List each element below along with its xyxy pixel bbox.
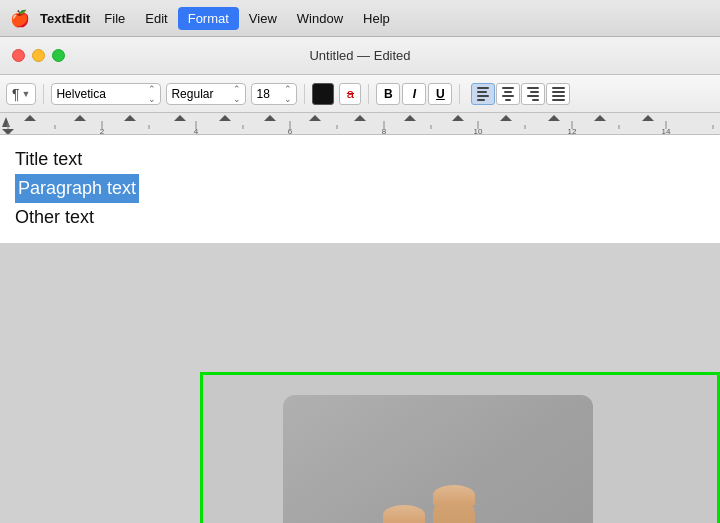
paragraph-text-line[interactable]: Paragraph text <box>15 174 139 203</box>
alignment-buttons <box>471 83 570 105</box>
svg-marker-25 <box>24 115 36 121</box>
align-center-icon <box>502 87 514 101</box>
strikethrough-button[interactable]: a <box>339 83 361 105</box>
fingers-graphic <box>378 475 498 523</box>
menu-window[interactable]: Window <box>287 7 353 30</box>
traffic-lights <box>0 49 65 62</box>
svg-text:14: 14 <box>662 127 671 134</box>
finger-2-graphic <box>433 495 475 523</box>
font-size-chevron-icon: ⌃⌄ <box>284 84 292 104</box>
font-style-chevron-icon: ⌃⌄ <box>233 84 241 104</box>
svg-marker-39 <box>2 129 14 134</box>
ruler: 0 2 4 6 8 10 12 14 <box>0 113 720 135</box>
underline-label: U <box>436 87 445 101</box>
svg-marker-33 <box>404 115 416 121</box>
svg-text:2: 2 <box>100 127 105 134</box>
svg-marker-28 <box>174 115 186 121</box>
toolbar-separator-1 <box>43 84 44 104</box>
finger-1-graphic <box>383 515 425 523</box>
svg-marker-34 <box>452 115 464 121</box>
text-color-button[interactable] <box>312 83 334 105</box>
toolbar: ¶ ▼ Helvetica ⌃⌄ Regular ⌃⌄ 18 ⌃⌄ a B I … <box>0 75 720 113</box>
title-bar: Untitled — Edited <box>0 37 720 75</box>
font-size-selector[interactable]: 18 ⌃⌄ <box>251 83 297 105</box>
apple-menu[interactable]: 🍎 <box>0 9 40 28</box>
svg-text:6: 6 <box>288 127 293 134</box>
svg-text:12: 12 <box>568 127 577 134</box>
format-buttons: B I U <box>376 83 452 105</box>
menu-file[interactable]: File <box>94 7 135 30</box>
bold-label: B <box>384 87 393 101</box>
window-title: Untitled — Edited <box>309 48 410 63</box>
ruler-svg: 0 2 4 6 8 10 12 14 <box>0 113 720 134</box>
svg-marker-31 <box>309 115 321 121</box>
font-style-label: Regular <box>171 87 213 101</box>
svg-marker-27 <box>124 115 136 121</box>
paragraph-chevron-icon: ▼ <box>22 89 31 99</box>
italic-button[interactable]: I <box>402 83 426 105</box>
menu-edit[interactable]: Edit <box>135 7 177 30</box>
paragraph-style-selector[interactable]: ¶ ▼ <box>6 83 36 105</box>
document-content[interactable]: Title text Paragraph text Other text <box>0 135 720 243</box>
apple-icon: 🍎 <box>10 9 30 28</box>
paragraph-text-content: Paragraph text <box>18 178 136 198</box>
toolbar-separator-2 <box>304 84 305 104</box>
svg-marker-29 <box>219 115 231 121</box>
paragraph-icon: ¶ <box>12 86 20 102</box>
align-right-icon <box>527 87 539 101</box>
toolbar-separator-4 <box>459 84 460 104</box>
align-center-button[interactable] <box>496 83 520 105</box>
green-selection-box: www.白色博客 <box>200 372 720 523</box>
underline-button[interactable]: U <box>428 83 452 105</box>
other-text-line[interactable]: Other text <box>15 203 705 232</box>
align-right-button[interactable] <box>521 83 545 105</box>
svg-marker-36 <box>548 115 560 121</box>
fullscreen-button[interactable] <box>52 49 65 62</box>
svg-marker-35 <box>500 115 512 121</box>
strikethrough-icon: a <box>347 86 354 101</box>
svg-marker-30 <box>264 115 276 121</box>
document-area[interactable]: Title text Paragraph text Other text www… <box>0 135 720 523</box>
menu-bar: 🍎 TextEdit File Edit Format View Window … <box>0 0 720 37</box>
trackpad-image <box>283 395 593 523</box>
italic-label: I <box>413 87 416 101</box>
svg-text:10: 10 <box>474 127 483 134</box>
svg-text:4: 4 <box>194 127 199 134</box>
font-family-label: Helvetica <box>56 87 105 101</box>
font-size-label: 18 <box>256 87 269 101</box>
svg-marker-26 <box>74 115 86 121</box>
align-left-button[interactable] <box>471 83 495 105</box>
svg-marker-37 <box>594 115 606 121</box>
font-family-selector[interactable]: Helvetica ⌃⌄ <box>51 83 161 105</box>
menu-help[interactable]: Help <box>353 7 400 30</box>
menu-format[interactable]: Format <box>178 7 239 30</box>
svg-text:8: 8 <box>382 127 387 134</box>
title-text-line[interactable]: Title text <box>15 145 705 174</box>
toolbar-separator-3 <box>368 84 369 104</box>
align-justify-button[interactable] <box>546 83 570 105</box>
svg-marker-32 <box>354 115 366 121</box>
bold-button[interactable]: B <box>376 83 400 105</box>
svg-marker-38 <box>642 115 654 121</box>
minimize-button[interactable] <box>32 49 45 62</box>
app-name: TextEdit <box>40 11 90 26</box>
align-justify-icon <box>552 87 565 101</box>
align-left-icon <box>477 87 489 101</box>
font-style-selector[interactable]: Regular ⌃⌄ <box>166 83 246 105</box>
close-button[interactable] <box>12 49 25 62</box>
svg-marker-0 <box>2 117 10 127</box>
font-family-chevron-icon: ⌃⌄ <box>148 84 156 104</box>
menu-view[interactable]: View <box>239 7 287 30</box>
